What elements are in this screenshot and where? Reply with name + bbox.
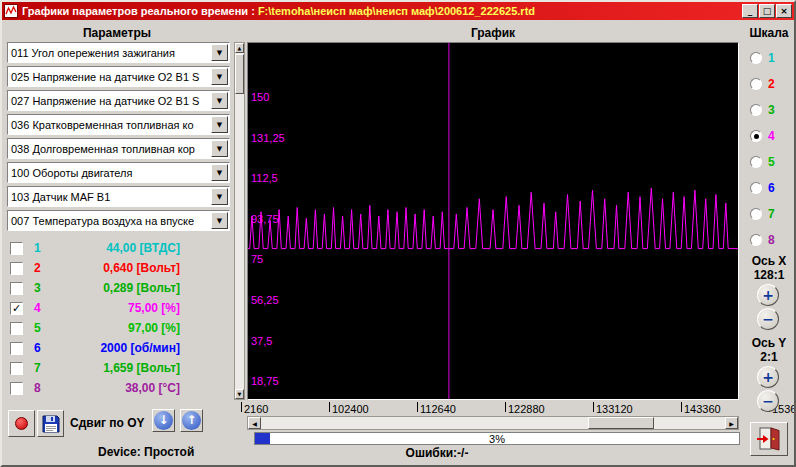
x-axis-tick (329, 402, 330, 412)
scale-radio-8[interactable] (750, 234, 762, 246)
param-select-4[interactable]: 036 Кратковременная топливная ко▼ (7, 114, 230, 135)
param-select-3[interactable]: 027 Напряжение на датчике O2 B1 S▼ (7, 90, 230, 111)
scale-option-label: 1 (768, 51, 775, 65)
window-title: Графики параметров реального времени : F… (22, 5, 738, 17)
close-button[interactable]: × (776, 4, 792, 18)
scale-option-4[interactable]: 4 (750, 128, 775, 144)
chevron-down-icon[interactable]: ▼ (211, 212, 228, 229)
scale-option-2[interactable]: 2 (750, 76, 775, 92)
param-select-7[interactable]: 103 Датчик MAF B1▼ (7, 186, 230, 207)
scroll-left-button[interactable]: ◀ (248, 417, 261, 429)
param-select-value: 025 Напряжение на датчике O2 B1 S (8, 71, 211, 83)
x-axis-label: 133120 (596, 403, 633, 415)
param-select-1[interactable]: 011 Угол опережения зажигания▼ (7, 42, 230, 63)
x-axis-tick (505, 402, 506, 412)
param-checkbox-5[interactable] (10, 322, 23, 335)
vertical-scroll-thumb[interactable] (235, 54, 244, 94)
axis-x-zoom-out-button[interactable]: − (757, 308, 779, 330)
scroll-down-button[interactable]: ▼ (235, 389, 244, 399)
param-select-2[interactable]: 025 Напряжение на датчике O2 B1 S▼ (7, 66, 230, 87)
param-number: 4 (34, 301, 41, 315)
param-checkbox-1[interactable] (10, 242, 23, 255)
maximize-button[interactable]: □ (759, 4, 775, 18)
scale-radio-1[interactable] (750, 52, 762, 64)
chevron-down-icon[interactable]: ▼ (211, 140, 228, 157)
axis-x-zoom-in-button[interactable]: + (757, 284, 779, 306)
horizontal-scrollbar[interactable]: ◀ ▶ (247, 416, 739, 430)
record-icon (15, 417, 28, 430)
scale-radio-4[interactable] (750, 130, 762, 142)
scale-option-6[interactable]: 6 (750, 180, 775, 196)
scale-radio-7[interactable] (750, 208, 762, 220)
chevron-down-icon[interactable]: ▼ (211, 44, 228, 61)
param-row-8: 838,00 [°C] (8, 380, 180, 398)
param-checkbox-2[interactable] (10, 262, 23, 275)
param-value: 75,00 [%] (48, 301, 180, 315)
scale-option-5[interactable]: 5 (750, 154, 775, 170)
param-select-value: 011 Угол опережения зажигания (8, 47, 211, 59)
exit-button[interactable] (750, 422, 788, 456)
param-value: 38,00 [°C] (48, 381, 180, 395)
chevron-down-icon[interactable]: ▼ (211, 164, 228, 181)
device-value: Простой (144, 445, 194, 459)
param-value: 1,659 [Вольт] (48, 361, 180, 375)
plot-area[interactable]: 150131,25112,593,757556,2537,518,75 (247, 42, 739, 400)
param-number: 8 (34, 381, 41, 395)
scroll-up-button[interactable]: ▲ (235, 43, 244, 53)
param-select-value: 027 Напряжение на датчике O2 B1 S (8, 95, 211, 107)
exit-door-icon (756, 427, 782, 451)
minimize-button[interactable]: _ (742, 4, 758, 18)
oy-shift-up-button[interactable]: ↑ (180, 409, 203, 432)
axis-x-ratio: 128:1 (742, 268, 796, 282)
param-row-1: 144,00 [ВТДC] (8, 240, 180, 258)
progress-bar: 3% (254, 432, 740, 445)
vertical-scrollbar[interactable]: ▲ ▼ (234, 42, 245, 400)
scale-radio-5[interactable] (750, 156, 762, 168)
param-select-value: 007 Температура воздуха на впуске (8, 215, 211, 227)
param-select-5[interactable]: 038 Долговременная топливная кор▼ (7, 138, 230, 159)
oy-shift-label: Сдвиг по OY (70, 416, 145, 430)
scale-option-1[interactable]: 1 (750, 50, 775, 66)
param-number: 7 (34, 361, 41, 375)
scale-panel: Шкала 12345678 Ось X 128:1 + − Ось Y 2:1… (742, 22, 796, 467)
param-select-8[interactable]: 007 Температура воздуха на впуске▼ (7, 210, 230, 231)
device-status: Device: Простой (98, 445, 194, 459)
arrow-down-icon: ↓ (154, 411, 173, 430)
x-axis-label: 2160 (244, 403, 268, 415)
axis-y-zoom-in-button[interactable]: + (757, 366, 779, 388)
device-label: Device: (98, 445, 141, 459)
scale-option-3[interactable]: 3 (750, 102, 775, 118)
y-axis-label: 150 (251, 91, 269, 103)
scroll-right-button[interactable]: ▶ (725, 417, 738, 429)
scale-radio-6[interactable] (750, 182, 762, 194)
axis-x-label: Ось X (742, 254, 796, 268)
x-axis-tick (417, 402, 418, 412)
scale-radio-3[interactable] (750, 104, 762, 116)
scale-option-7[interactable]: 7 (750, 206, 775, 222)
param-select-value: 103 Датчик MAF B1 (8, 191, 211, 203)
oy-shift-down-button[interactable]: ↓ (152, 409, 175, 432)
param-checkbox-4[interactable]: ✓ (10, 302, 23, 315)
save-button[interactable] (37, 410, 64, 437)
param-checkbox-3[interactable] (10, 282, 23, 295)
waveform-chart (248, 43, 738, 399)
y-axis-label: 131,25 (251, 132, 285, 144)
param-row-6: 62000 [об/мин] (8, 340, 180, 358)
scale-option-8[interactable]: 8 (750, 232, 775, 248)
param-select-6[interactable]: 100 Обороты двигателя▼ (7, 162, 230, 183)
y-axis-label: 56,25 (251, 294, 279, 306)
x-axis-labels: 21601024001126401228801331201433601536 (241, 402, 796, 415)
scale-option-label: 7 (768, 207, 775, 221)
param-number: 5 (34, 321, 41, 335)
param-checkbox-6[interactable] (10, 342, 23, 355)
param-checkbox-7[interactable] (10, 362, 23, 375)
chevron-down-icon[interactable]: ▼ (211, 188, 228, 205)
chevron-down-icon[interactable]: ▼ (211, 116, 228, 133)
param-checkbox-8[interactable] (10, 382, 23, 395)
chevron-down-icon[interactable]: ▼ (211, 92, 228, 109)
chevron-down-icon[interactable]: ▼ (211, 68, 228, 85)
horizontal-scroll-thumb[interactable] (588, 417, 654, 429)
scale-radio-2[interactable] (750, 78, 762, 90)
axis-y-zoom-out-button[interactable]: − (757, 390, 779, 412)
record-button[interactable] (8, 410, 35, 437)
